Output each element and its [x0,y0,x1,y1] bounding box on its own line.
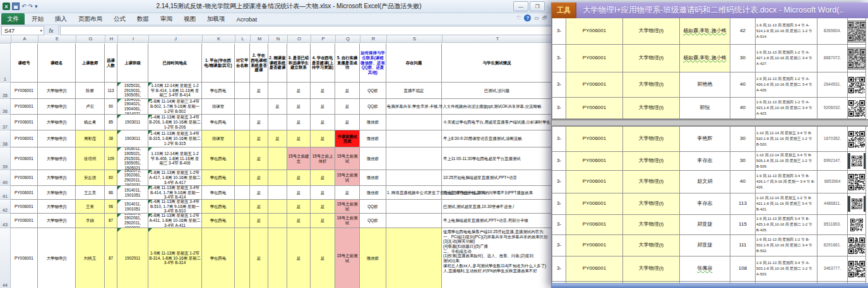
column-header-R[interactable]: R [360,35,387,43]
cell-I41[interactable]: 1914011, 1901051 [117,186,148,200]
cell-M37[interactable]: 是 [250,115,268,130]
word-cell-qr[interactable] [848,215,866,235]
word-cell-schedule[interactable]: 1-9 周,11-13 周 星期四 1-2 节 A-426,1-8 周,10-1… [756,72,817,98]
word-cell-student-count[interactable]: 115 [730,215,756,235]
cell-H42[interactable]: 96 [105,200,117,214]
column-header-E[interactable]: E [39,35,76,43]
column-header-M[interactable]: M [251,35,269,43]
cell-O38[interactable]: 是 [287,130,311,147]
cell-H39[interactable]: 109 [105,147,117,170]
word-cell-course-id[interactable]: PY006001 [566,18,623,45]
cell-O44[interactable]: 是 [287,228,311,288]
undo-icon[interactable]: ↶ [21,4,27,9]
cell-I38[interactable]: 1903011 [117,130,148,147]
column-header-N[interactable]: N [269,35,288,43]
cell-A35[interactable]: PY006001 [11,83,38,99]
cell-Q43[interactable]: 16号之前测试 [335,214,360,228]
cell-T44[interactable]: 使用学在西电电脑客户端10:25开始直播,直播测试内容为: 一、PC端(1)签到… [442,228,552,288]
ribbon-tab-8[interactable]: 加载项 [201,13,231,25]
cell-S43[interactable] [386,214,442,228]
word-cell-course-name[interactable]: 大学物理(I) [623,193,680,215]
cell-H44[interactable]: 87 [105,228,117,288]
cell-T39[interactable]: 早上11:00-11:30学在西电超星平台直播测试 [442,147,552,170]
cell-R44[interactable]: 微信群 [360,228,386,288]
cell-P41[interactable]: 是 [311,186,335,200]
column-header-G[interactable]: G [76,35,105,43]
cell-T42[interactable]: 已测试,测试超星直播,10.30登录不进去,! [442,200,552,214]
cell-G37[interactable]: 杨志勇 [76,115,105,130]
cell-G38[interactable]: 周彩霞 [76,130,105,147]
word-cell-seq[interactable]: 3- [552,72,566,98]
word-cell-teacher[interactable]: 郭艳艳 [680,72,730,98]
cell-K36[interactable]: 雨课堂 [202,99,235,115]
row-header-41[interactable]: 41 [0,186,11,200]
cell-I39[interactable]: 1916011, 1905021, 2915031, 1905051, 1505… [117,147,148,170]
cell-Q35[interactable]: 是 [335,83,360,99]
cell-M41[interactable]: 是 [250,186,268,200]
word-cell-course-name[interactable]: 大学物理(I) [623,18,680,45]
header-cell-N[interactable]: 2. 雨课堂 课程系统是否建课 [268,43,287,83]
cell-Q44[interactable]: 15号之前测试 [335,228,360,288]
cell-S36[interactable]: 电脑屏幕共享,学生串屏,卡顿,导入文件视频自动没法播放ppt,测试OK共享屏幕,… [386,99,442,115]
word-cell-student-count[interactable]: 40 [730,171,756,193]
cell-M36[interactable] [250,99,268,115]
cell-N38[interactable]: 是 [268,130,287,147]
column-header-J[interactable]: J [149,35,203,43]
row-header-1[interactable]: 1 [0,43,11,83]
word-cell-course-id[interactable]: PY006001 [566,72,623,98]
cell-N43[interactable] [268,214,287,228]
column-header-A[interactable]: A [11,35,39,43]
header-cell-M[interactable]: 2. 学在西电课程系统是否建课 [250,43,268,83]
cell-G42[interactable]: 王菁 [76,200,105,214]
word-cell-invite-code[interactable]: 2644531. [817,72,848,98]
cell-Q37[interactable]: 是 [335,115,360,130]
cell-O36[interactable]: 是 [287,99,311,115]
cell-N40[interactable] [268,170,287,186]
word-cell-seq[interactable]: 3- [552,127,566,152]
word-cell-student-count[interactable]: 30 [730,152,756,171]
cell-Q38[interactable]: 开课前测试完成 [335,130,360,147]
cell-P38[interactable]: 是 [311,130,335,147]
cell-L43[interactable] [235,214,250,228]
cell-E39[interactable]: 大学物理(I) [38,147,76,170]
word-cell-schedule[interactable]: 1-10 周,12-14 周 星期五 3-4 节 B-509,1-8 周,11-… [756,152,817,171]
row-header-43[interactable]: 43 [0,214,11,228]
cell-S41[interactable]: 1. 网络直播视频中公式发生了变化,这个不知是什么原因 [386,186,442,200]
cell-G35[interactable]: 陈黎 [76,83,105,99]
header-cell-L[interactable]: 对它平台名称 [235,43,250,83]
row-header-36[interactable]: 36 [0,99,11,115]
word-cell-schedule[interactable]: 1-9 周,11-13 周 星期四 1-2 节 B-502,1-8 周,10-1… [756,235,817,256]
word-cell-course-name[interactable]: 大学物理(I) [623,171,680,193]
cell-J41[interactable]: 1-4周 11-13周 星期五 3-4节 B-414, 1-7周 9-16周 星… [148,186,202,200]
cell-S44[interactable] [386,228,442,288]
cell-N35[interactable] [268,83,287,99]
cell-H40[interactable]: 60 [105,170,117,186]
word-cell-qr[interactable] [848,193,866,215]
cell-N37[interactable] [268,115,287,130]
header-cell-Q[interactable]: 5. 自行实操直播是否成功 [335,43,360,83]
row-header-39[interactable]: 39 [0,147,11,170]
cell-O37[interactable]: 是 [287,115,311,130]
row-header-35[interactable]: 35 [0,83,11,99]
word-cell-seq[interactable]: 3- [552,152,566,171]
cell-A40[interactable]: PY006001 [11,170,38,186]
word-cell-teacher[interactable]: 张佩容 [680,256,730,282]
header-cell-O[interactable]: 3. 是否已经和选课学生建立联系 [287,43,311,83]
cell-N39[interactable] [268,147,287,170]
word-cell-student-count[interactable]: 30 [730,127,756,152]
cell-L41[interactable] [235,186,250,200]
word-cell-schedule[interactable]: 1-9 周,11-13 周 星期四 1-2 节 A-423,1-8 周,10-1… [756,98,817,119]
cell-L36[interactable] [235,99,250,115]
word-cell-teacher[interactable]: 李存志 [680,193,730,215]
header-cell-H[interactable]: 选课人数 [105,43,117,83]
cell-M42[interactable]: 是 [250,200,268,214]
cell-H38[interactable]: 38 [105,130,117,147]
cell-A44[interactable]: PY006001 [11,228,38,288]
column-header-L[interactable]: L [235,35,251,43]
word-cell-teacher[interactable]: 郭恒 [680,98,730,119]
tools-tab[interactable]: 工具 [552,3,576,18]
word-cell-seq[interactable]: 3- [552,171,566,193]
header-cell-P[interactable]: 4. 学在西电是否建课(上传学习资源) [311,43,335,83]
cell-S37[interactable] [386,115,442,130]
cell-E41[interactable]: 大学物理(I) [38,186,76,200]
